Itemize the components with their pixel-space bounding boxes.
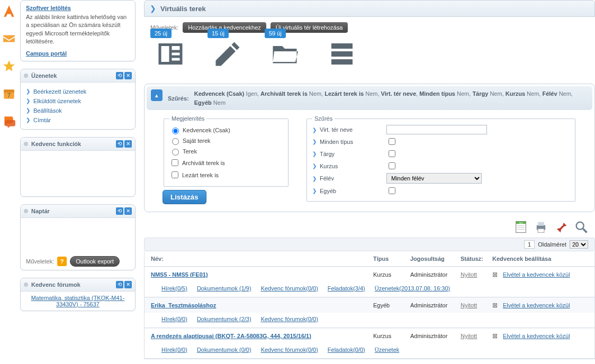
calendar-icon[interactable]: 7: [2, 87, 16, 102]
sidebar-link[interactable]: Elküldött üzenetek: [33, 98, 81, 104]
sidebar-link[interactable]: Címtár: [33, 117, 51, 123]
display-radio[interactable]: [172, 128, 179, 134]
sub-link[interactable]: Üzenetek: [375, 347, 399, 353]
radio-label: Kedvencek (Csak): [183, 127, 230, 133]
pager: 1 Oldalméret 20: [144, 238, 595, 251]
row-status-link[interactable]: Nyitott: [461, 302, 477, 308]
download-title-link[interactable]: Szoftver letöltés: [26, 5, 71, 11]
forum-link[interactable]: Matematika, statisztika (TKQK-M41-33430V…: [31, 295, 125, 307]
refresh-icon[interactable]: ⟲: [116, 72, 123, 79]
remove-icon[interactable]: ⊠: [492, 302, 503, 309]
refresh-icon[interactable]: ⟲: [116, 281, 123, 288]
sub-link[interactable]: Hírek(0/0): [161, 347, 187, 353]
pencil-icon[interactable]: 15 új: [212, 38, 244, 71]
sub-link[interactable]: Hírek(0/0): [161, 316, 187, 322]
collapse-filter-icon[interactable]: ▴: [151, 89, 163, 101]
row-name-link[interactable]: A rendezés alaptípusai (BKQT- 2A-58083G,…: [151, 333, 311, 339]
row-status-link[interactable]: Nyitott: [461, 271, 477, 278]
col-name[interactable]: Név:: [151, 256, 373, 262]
row-type: Egyéb: [373, 302, 410, 308]
row-name-link[interactable]: Erika_Tesztmásoláshoz: [151, 302, 216, 308]
filter-field-label: Kurzus: [320, 163, 338, 169]
campus-portal-link[interactable]: Campus portál: [26, 50, 67, 57]
sub-link[interactable]: Dokumentumok (2/3): [197, 316, 251, 322]
remove-from-favs-link[interactable]: Elvétel a kedvencek közül: [503, 302, 570, 308]
sub-link[interactable]: Hírek(0/5): [161, 285, 187, 292]
pin-icon[interactable]: [554, 220, 569, 235]
filter-check[interactable]: [389, 138, 395, 145]
remove-icon[interactable]: ⊠: [492, 332, 503, 340]
filter-panel: ▴ Szűrés: Kedvencek (Csak) Igen, Archivá…: [144, 84, 595, 212]
col-type[interactable]: Típus: [373, 256, 410, 262]
mail-icon[interactable]: [2, 32, 16, 47]
col-fav[interactable]: Kedvencek beállítása: [492, 256, 588, 262]
sub-link[interactable]: Feladatok(3/4): [328, 285, 365, 292]
filter-field-label: Tárgy: [320, 151, 335, 157]
filter-check[interactable]: [389, 187, 395, 194]
col-status[interactable]: Státusz:: [461, 256, 492, 262]
arrow-icon: ❯: [312, 151, 317, 157]
arrow-icon: ❯: [26, 107, 30, 113]
display-radio[interactable]: [172, 138, 179, 145]
col-role[interactable]: Jogosultság: [410, 256, 461, 262]
sidebar-link[interactable]: Beérkezett üzenetek: [33, 88, 86, 95]
remove-from-favs-link[interactable]: Elvétel a kedvencek közül: [503, 271, 570, 278]
outlook-export-button[interactable]: Outlook export: [70, 256, 120, 267]
felev-select[interactable]: Minden félév: [386, 173, 482, 184]
help-icon[interactable]: ?: [57, 257, 67, 266]
arrow-icon: ❯: [26, 98, 30, 104]
row-type: Kurzus: [373, 333, 410, 339]
export-xls-icon[interactable]: XLS: [513, 220, 528, 235]
chevron-right-icon: ❯: [150, 4, 156, 13]
remove-icon[interactable]: ⊠: [492, 271, 503, 278]
remove-from-favs-link[interactable]: Elvétel a kedvencek közül: [503, 333, 570, 339]
chat-icon[interactable]: [2, 114, 16, 129]
filter-field-label: Minden típus: [320, 139, 353, 145]
refresh-icon[interactable]: ⟲: [116, 140, 123, 148]
filter-check[interactable]: [389, 162, 395, 169]
sidebar-link[interactable]: Beállítások: [33, 107, 62, 114]
download-text: Az alábbi linkre kattintva lehetőség van…: [26, 13, 130, 46]
close-icon[interactable]: ✕: [124, 72, 132, 79]
table-sub-row: Hírek(0/0)Dokumentumok (0/0)Kedvenc fóru…: [145, 343, 594, 359]
display-check[interactable]: [172, 159, 178, 166]
virt-ter-neve-input[interactable]: [386, 125, 487, 134]
page-title-bar: ❯ Virtuális terek: [144, 0, 595, 17]
close-icon[interactable]: ✕: [124, 140, 132, 148]
sub-link[interactable]: Dokumentumok (0/0): [197, 347, 251, 353]
filter-field-label: Virt. tér neve: [320, 126, 353, 133]
sub-link[interactable]: Kedvenc fórumok(0/0): [261, 316, 318, 322]
sub-link[interactable]: Kedvenc fórumok(0/0): [261, 347, 318, 353]
sub-link[interactable]: Feladatok(0/0): [328, 347, 365, 353]
download-panel: Szoftver letöltés Az alábbi linkre katti…: [20, 0, 136, 61]
svg-line-13: [583, 229, 587, 233]
star-icon[interactable]: [2, 59, 16, 74]
row-type: Kurzus: [373, 271, 410, 278]
check-label: Lezárt terek is: [182, 172, 219, 178]
szures-legend: Szűrés: [312, 115, 335, 122]
news-icon[interactable]: 25 új: [155, 38, 186, 71]
print-icon[interactable]: [534, 220, 548, 235]
page-size-select[interactable]: 20: [570, 240, 588, 249]
row-status-link[interactable]: Nyitott: [461, 333, 477, 339]
letter-a-icon[interactable]: [2, 4, 16, 19]
search-icon[interactable]: [574, 220, 589, 235]
display-radio[interactable]: [172, 149, 179, 156]
filter-summary: Kedvencek (Csak) Igen, Archivált terek i…: [194, 89, 588, 107]
folder-icon[interactable]: 59 új: [269, 38, 301, 71]
archive-icon[interactable]: [326, 38, 358, 71]
svg-rect-10: [538, 222, 544, 226]
page-number[interactable]: 1: [524, 240, 535, 249]
folder-badge: 59 új: [265, 29, 286, 38]
table-row: Erika_Tesztmásoláshoz Egyéb Adminisztrát…: [145, 297, 594, 313]
filter-check[interactable]: [389, 150, 395, 157]
list-button[interactable]: Listázás: [163, 190, 206, 204]
sub-link[interactable]: Kedvenc fórumok(0/0): [261, 285, 318, 292]
sub-link[interactable]: Üzenetek(2013.07.08. 16:30): [375, 285, 450, 292]
row-name-link[interactable]: NMS5 - NMS5 (FE01): [151, 271, 208, 278]
close-icon[interactable]: ✕: [124, 281, 132, 288]
refresh-icon[interactable]: ⟲: [116, 207, 123, 215]
sub-link[interactable]: Dokumentumok (1/9): [197, 285, 251, 292]
close-icon[interactable]: ✕: [124, 207, 132, 215]
display-check[interactable]: [172, 171, 178, 178]
